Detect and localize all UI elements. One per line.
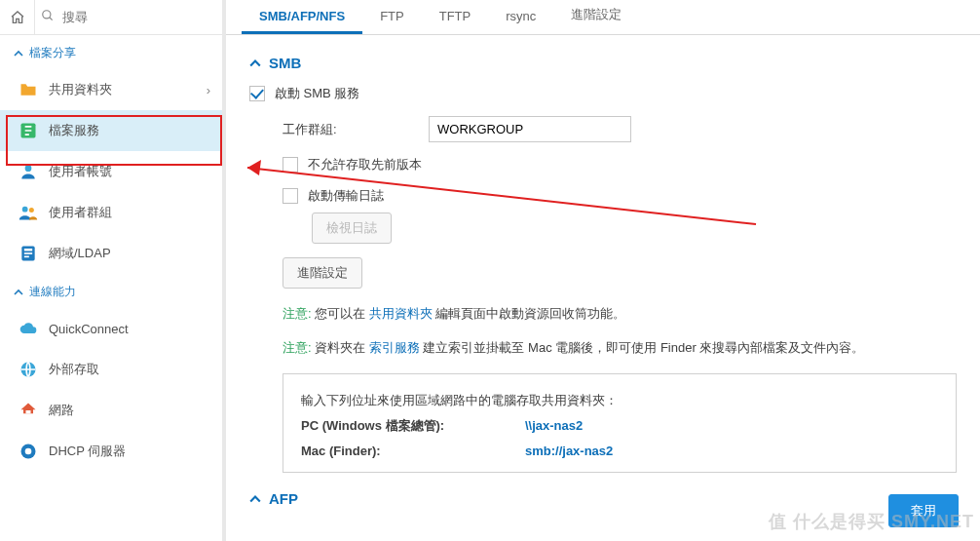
home-icon — [10, 10, 25, 25]
sidebar-item-quickconnect[interactable]: QuickConnect — [0, 308, 222, 349]
sidebar-item-label: QuickConnect — [49, 322, 129, 336]
address-pc-label: PC (Windows 檔案總管): — [301, 413, 525, 439]
tab-tftp[interactable]: TFTP — [422, 1, 489, 34]
search-input[interactable] — [58, 6, 216, 28]
sidebar-item-domain-ldap[interactable]: 網域/LDAP — [0, 233, 222, 274]
folder-icon — [18, 79, 39, 100]
svg-rect-7 — [24, 249, 32, 251]
enable-transfer-log-label: 啟動傳輸日誌 — [308, 187, 384, 205]
svg-line-1 — [50, 18, 53, 20]
svg-point-13 — [25, 448, 32, 455]
sidebar-item-file-services[interactable]: 檔案服務 — [0, 110, 222, 151]
address-mac-value: smb://jax-nas2 — [525, 439, 613, 464]
network-icon — [18, 400, 39, 421]
address-box: 輸入下列位址來使用區域網路中的電腦存取共用資料夾： PC (Windows 檔案… — [283, 373, 957, 473]
chevron-up-icon — [14, 49, 23, 58]
checkbox-no-prev-versions[interactable] — [283, 157, 298, 173]
sidebar-item-label: 檔案服務 — [49, 122, 99, 139]
home-button[interactable] — [0, 0, 35, 35]
svg-point-4 — [22, 207, 28, 213]
workgroup-label: 工作群組: — [283, 121, 429, 138]
apply-button[interactable]: 套用 — [888, 494, 959, 527]
dhcp-icon — [18, 441, 39, 462]
checkbox-enable-transfer-log[interactable] — [283, 188, 298, 204]
sidebar-item-dhcp[interactable]: DHCP 伺服器 — [0, 431, 222, 472]
svg-point-0 — [43, 11, 51, 19]
enable-smb-label: 啟動 SMB 服務 — [275, 85, 359, 102]
group-icon — [18, 202, 39, 223]
view-log-button[interactable]: 檢視日誌 — [312, 213, 392, 244]
chevron-up-icon — [249, 58, 261, 69]
address-mac-label: Mac (Finder): — [301, 439, 525, 464]
sidebar-item-shared-folder[interactable]: 共用資料夾 › — [0, 69, 222, 110]
sidebar-item-group[interactable]: 使用者群組 — [0, 192, 222, 233]
globe-icon — [18, 359, 39, 380]
link-index-service[interactable]: 索引服務 — [369, 340, 420, 355]
section-smb-title: SMB — [269, 55, 301, 71]
link-shared-folder[interactable]: 共用資料夾 — [369, 306, 433, 321]
svg-point-5 — [29, 208, 34, 213]
chevron-right-icon: › — [207, 83, 210, 97]
svg-rect-8 — [24, 252, 32, 254]
section-afp-title: AFP — [269, 490, 298, 507]
sidebar-item-network[interactable]: 網路 — [0, 390, 222, 431]
address-pc-value: \\jax-nas2 — [525, 413, 583, 439]
sidebar-item-user[interactable]: 使用者帳號 — [0, 151, 222, 192]
address-intro: 輸入下列位址來使用區域網路中的電腦存取共用資料夾： — [301, 388, 938, 413]
sidebar-item-label: DHCP 伺服器 — [49, 443, 126, 460]
tab-rsync[interactable]: rsync — [488, 1, 553, 34]
cloud-icon — [18, 318, 39, 339]
note-2: 注意: 資料夾在 索引服務 建立索引並掛載至 Mac 電腦後，即可使用 Find… — [283, 336, 957, 361]
content-pane: SMB/AFP/NFS FTP TFTP rsync 進階設定 SMB 啟動 S… — [226, 0, 980, 541]
svg-rect-11 — [26, 410, 31, 413]
smb-advanced-button[interactable]: 進階設定 — [283, 257, 362, 289]
sidebar-item-label: 外部存取 — [49, 361, 99, 378]
sidebar-item-label: 使用者帳號 — [49, 163, 112, 180]
sidebar-item-label: 共用資料夾 — [49, 81, 112, 98]
chevron-up-icon — [14, 288, 23, 297]
group-file-share[interactable]: 檔案分享 — [0, 35, 222, 69]
group-file-share-label: 檔案分享 — [29, 45, 76, 61]
user-icon — [18, 161, 39, 182]
file-services-icon — [18, 120, 39, 141]
svg-rect-9 — [24, 256, 29, 258]
group-connectivity-label: 連線能力 — [29, 284, 76, 300]
sidebar-item-label: 網路 — [49, 402, 74, 419]
note-1: 注意: 您可以在 共用資料夾 編輯頁面中啟動資源回收筒功能。 — [283, 302, 957, 327]
tab-advanced[interactable]: 進階設定 — [553, 0, 639, 34]
search-icon — [41, 9, 55, 25]
svg-point-3 — [25, 165, 32, 172]
ldap-icon — [18, 243, 39, 264]
workgroup-input[interactable] — [429, 116, 631, 142]
tabs: SMB/AFP/NFS FTP TFTP rsync 進階設定 — [226, 0, 980, 35]
group-connectivity[interactable]: 連線能力 — [0, 274, 222, 308]
sidebar-item-external-access[interactable]: 外部存取 — [0, 349, 222, 390]
note-prefix: 注意: — [283, 340, 312, 355]
section-afp-head[interactable]: AFP — [249, 490, 957, 507]
sidebar-item-label: 網域/LDAP — [49, 245, 111, 262]
checkbox-enable-smb[interactable] — [249, 86, 265, 101]
tab-smb-afp-nfs[interactable]: SMB/AFP/NFS — [242, 1, 362, 34]
no-prev-versions-label: 不允許存取先前版本 — [308, 156, 422, 174]
tab-ftp[interactable]: FTP — [362, 1, 422, 34]
chevron-up-icon — [249, 493, 261, 505]
sidebar-item-label: 使用者群組 — [49, 204, 112, 221]
section-smb-head[interactable]: SMB — [249, 55, 957, 71]
note-prefix: 注意: — [283, 306, 312, 321]
search-box[interactable] — [35, 0, 222, 34]
sidebar: 檔案分享 共用資料夾 › 檔案服務 使用者帳號 使用者群組 網域/LDAP 連線… — [0, 0, 226, 541]
